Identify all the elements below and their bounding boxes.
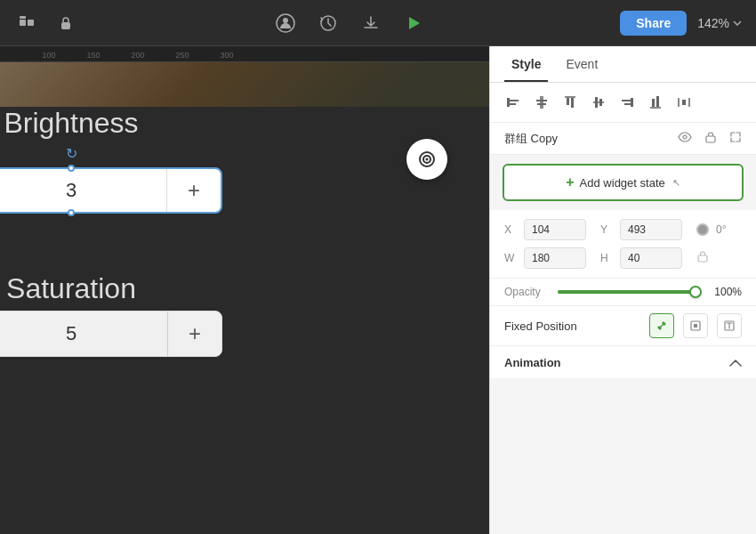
w-input[interactable]: 180 (524, 247, 586, 269)
move-tool-icon[interactable] (14, 11, 39, 36)
svg-rect-24 (622, 100, 631, 101)
svg-rect-13 (510, 103, 516, 105)
svg-rect-23 (631, 98, 633, 107)
y-input[interactable]: 493 (620, 219, 682, 240)
svg-rect-18 (567, 98, 569, 105)
w-label: W (504, 252, 517, 264)
svg-rect-19 (571, 98, 574, 108)
svg-point-10 (426, 158, 429, 161)
svg-rect-30 (688, 98, 690, 107)
svg-rect-15 (536, 100, 547, 101)
play-icon[interactable] (401, 11, 426, 36)
position-props: X 104 Y 493 0° W 180 H 40 (490, 210, 756, 279)
toolbar-right: Share 142% (620, 11, 742, 36)
svg-rect-12 (510, 100, 519, 101)
svg-rect-22 (599, 99, 602, 106)
opacity-thumb[interactable] (689, 286, 702, 298)
share-button[interactable]: Share (620, 11, 687, 36)
svg-rect-34 (698, 255, 707, 262)
animation-row: Animation (490, 346, 756, 378)
tab-event[interactable]: Event (559, 46, 605, 82)
svg-marker-7 (409, 17, 420, 29)
svg-rect-20 (593, 101, 604, 103)
animation-label: Animation (504, 356, 729, 369)
align-top-icon[interactable] (558, 90, 583, 115)
saturation-increment[interactable]: + (168, 312, 221, 356)
canvas[interactable]: 100 150 200 250 300 Brightness ↻ (0, 46, 489, 534)
svg-rect-11 (507, 98, 510, 107)
brightness-widget-container: − 3 + ⚡ (0, 167, 222, 214)
animation-collapse-icon[interactable] (729, 355, 742, 369)
brightness-value: 3 (0, 169, 167, 212)
svg-point-5 (283, 18, 288, 23)
svg-rect-1 (28, 20, 34, 26)
brightness-counter[interactable]: − 3 + (0, 167, 222, 214)
brightness-title: Brightness (4, 107, 138, 140)
svg-rect-17 (565, 96, 575, 98)
align-toolbar (490, 83, 756, 123)
add-state-button[interactable]: + Add widget state ↖ (503, 164, 744, 201)
group-row: 群组 Copy (490, 123, 756, 155)
group-name-label: 群组 Copy (504, 131, 671, 147)
svg-rect-25 (624, 103, 631, 105)
align-center-h-icon[interactable] (529, 90, 554, 115)
svg-rect-2 (20, 16, 26, 19)
saturation-title: Saturation (6, 272, 136, 305)
brightness-increment[interactable]: + (167, 169, 221, 212)
svg-point-32 (683, 135, 687, 139)
handle-bottom[interactable] (68, 209, 75, 216)
saturation-section: Saturation (6, 272, 136, 305)
lock-icon[interactable] (53, 11, 78, 36)
visibility-icon[interactable] (678, 130, 692, 147)
h-input[interactable]: 40 (620, 247, 682, 269)
lock-group-icon[interactable] (704, 131, 717, 146)
fixed-position-row: Fixed Position (490, 306, 756, 346)
opacity-value: 100% (706, 286, 742, 298)
y-label: Y (600, 223, 613, 236)
plus-icon: + (566, 174, 574, 190)
align-right-icon[interactable] (615, 90, 639, 115)
svg-rect-21 (595, 97, 598, 108)
download-icon[interactable] (358, 11, 383, 36)
ruler-top: 100 150 200 250 300 (0, 46, 489, 62)
zoom-control[interactable]: 142% (697, 16, 742, 30)
profile-icon[interactable] (273, 11, 298, 36)
aspect-lock-icon[interactable] (696, 250, 709, 266)
align-middle-v-icon[interactable] (586, 90, 611, 115)
refresh-icon[interactable]: ↻ (66, 145, 77, 162)
tab-style[interactable]: Style (504, 46, 548, 82)
fixed-pos-center-button[interactable] (683, 313, 708, 338)
fixed-position-label: Fixed Position (504, 320, 640, 333)
fixed-pos-top-button[interactable] (717, 313, 742, 338)
x-input[interactable]: 104 (524, 219, 586, 240)
image-strip (0, 62, 489, 107)
opacity-slider-track[interactable] (558, 290, 697, 294)
svg-rect-31 (682, 100, 686, 105)
focus-icon[interactable] (406, 139, 447, 180)
panel-tabs: Style Event (490, 46, 756, 83)
svg-rect-0 (20, 20, 26, 26)
svg-rect-16 (537, 103, 546, 105)
main-area: 100 150 200 250 300 Brightness ↻ (0, 46, 756, 534)
svg-rect-26 (650, 107, 661, 109)
opacity-label: Opacity (504, 286, 549, 298)
right-panel: Style Event (489, 46, 756, 534)
rotation-value: 0° (716, 223, 726, 236)
handle-top[interactable] (68, 165, 75, 172)
fixed-pos-pin-button[interactable] (649, 313, 674, 338)
ruler-mark: 100 (27, 51, 71, 60)
distribute-icon[interactable] (672, 90, 696, 115)
align-bottom-icon[interactable] (643, 90, 668, 115)
h-label: H (600, 252, 613, 264)
toolbar: Share 142% (0, 0, 756, 46)
cursor-icon: ↖ (672, 177, 680, 189)
rotation-circle (696, 223, 709, 236)
svg-rect-36 (694, 324, 697, 328)
svg-rect-27 (652, 99, 655, 107)
ruler-mark: 250 (160, 51, 205, 60)
saturation-counter[interactable]: − 5 + (0, 311, 222, 357)
expand-icon[interactable] (729, 131, 742, 146)
align-left-icon[interactable] (501, 90, 526, 115)
history-icon[interactable] (316, 11, 341, 36)
x-label: X (504, 223, 517, 236)
